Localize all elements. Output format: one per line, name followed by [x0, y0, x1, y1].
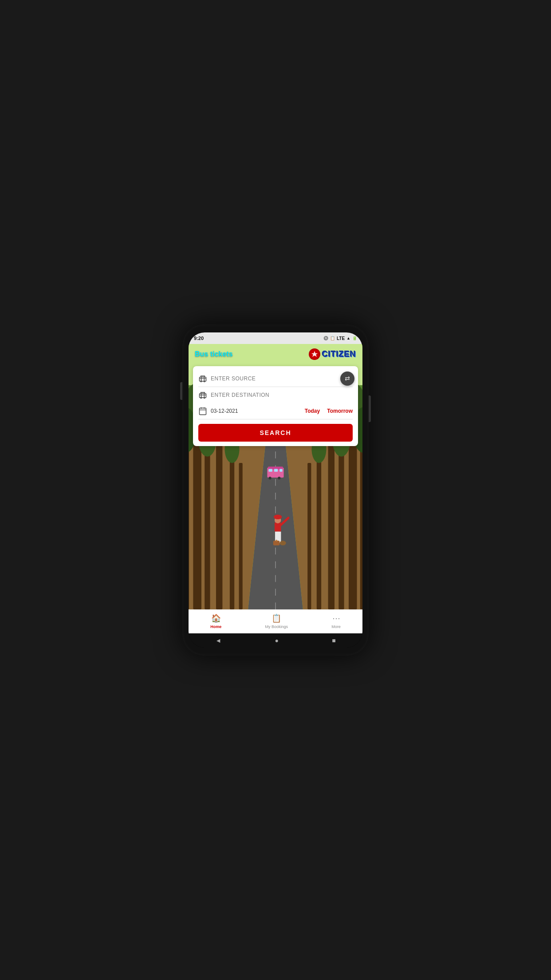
svg-rect-60	[200, 408, 206, 415]
portrait-icon: 🔘	[323, 336, 328, 340]
destination-input-row	[198, 387, 353, 403]
bookings-icon: 📋	[272, 613, 281, 623]
page-title: Bus tickets	[195, 350, 232, 358]
bookings-label: My Bookings	[265, 624, 288, 629]
phone-device: 9:20 🔘 📋 LTE ▲ 🔋	[182, 324, 369, 656]
search-card: ⇅	[193, 366, 358, 446]
battery-icon: 🔋	[352, 336, 357, 340]
sim-icon: 📋	[330, 336, 335, 340]
home-button[interactable]: ●	[275, 637, 278, 644]
date-value[interactable]: 03-12-2021	[211, 408, 305, 414]
source-bus-icon	[198, 374, 207, 383]
svg-rect-27	[317, 454, 321, 609]
status-bar: 9:20 🔘 📋 LTE ▲ 🔋	[189, 332, 362, 344]
signal-icon: ▲	[346, 336, 350, 340]
phone-screen: 9:20 🔘 📋 LTE ▲ 🔋	[189, 332, 362, 648]
home-label: Home	[210, 624, 221, 629]
citizen-logo-icon	[309, 348, 320, 360]
search-button[interactable]: SEARCH	[198, 424, 353, 442]
app-header: Bus tickets CITIZEN	[189, 344, 362, 609]
header-title-row: Bus tickets CITIZEN	[189, 344, 362, 363]
more-label: More	[331, 624, 341, 629]
date-shortcuts: Today Tomorrow	[305, 408, 353, 414]
svg-rect-10	[216, 427, 222, 609]
android-nav-bar: ◄ ● ■	[189, 633, 362, 648]
logo-emblem	[310, 349, 319, 359]
svg-rect-29	[307, 463, 311, 609]
svg-rect-24	[230, 454, 234, 609]
svg-rect-20	[360, 435, 362, 609]
destination-input[interactable]	[211, 392, 353, 398]
citizen-logo: CITIZEN	[309, 348, 356, 360]
svg-rect-18	[328, 427, 335, 609]
svg-rect-34	[279, 469, 282, 471]
destination-bus-icon	[198, 391, 207, 399]
svg-rect-33	[274, 469, 278, 471]
nav-more[interactable]: ⋯ More	[331, 613, 341, 629]
svg-rect-14	[205, 445, 210, 609]
svg-rect-44	[276, 540, 277, 541]
calendar-icon	[198, 407, 207, 415]
svg-rect-26	[239, 463, 243, 609]
nav-home[interactable]: 🏠 Home	[210, 613, 221, 629]
back-button[interactable]: ◄	[215, 637, 221, 644]
svg-point-45	[279, 541, 286, 545]
svg-rect-43	[273, 541, 279, 545]
svg-rect-12	[189, 435, 189, 609]
svg-rect-54	[200, 394, 206, 398]
home-icon: 🏠	[211, 613, 221, 623]
recents-button[interactable]: ■	[332, 637, 335, 644]
svg-rect-22	[338, 445, 344, 609]
svg-point-35	[269, 477, 272, 479]
svg-rect-32	[269, 469, 272, 471]
nav-bookings[interactable]: 📋 My Bookings	[265, 613, 288, 629]
source-input-row: ⇅	[198, 371, 353, 387]
source-input[interactable]	[211, 375, 353, 382]
app-content: Bus tickets CITIZEN	[189, 344, 362, 633]
svg-point-39	[274, 515, 282, 519]
date-row: 03-12-2021 Today Tomorrow	[198, 403, 353, 419]
swap-button[interactable]: ⇅	[340, 371, 354, 386]
lte-label: LTE	[337, 336, 345, 341]
status-icons: 🔘 📋 LTE ▲ 🔋	[323, 336, 357, 341]
citizen-logo-text: CITIZEN	[322, 350, 356, 359]
svg-rect-48	[200, 377, 206, 381]
today-shortcut[interactable]: Today	[305, 408, 320, 414]
svg-rect-37	[275, 522, 281, 532]
bottom-nav: 🏠 Home 📋 My Bookings ⋯ More	[189, 609, 362, 633]
more-icon: ⋯	[332, 613, 340, 623]
tomorrow-shortcut[interactable]: Tomorrow	[327, 408, 353, 414]
svg-point-36	[278, 477, 280, 479]
swap-icon: ⇅	[344, 376, 351, 381]
status-time: 9:20	[194, 336, 204, 341]
